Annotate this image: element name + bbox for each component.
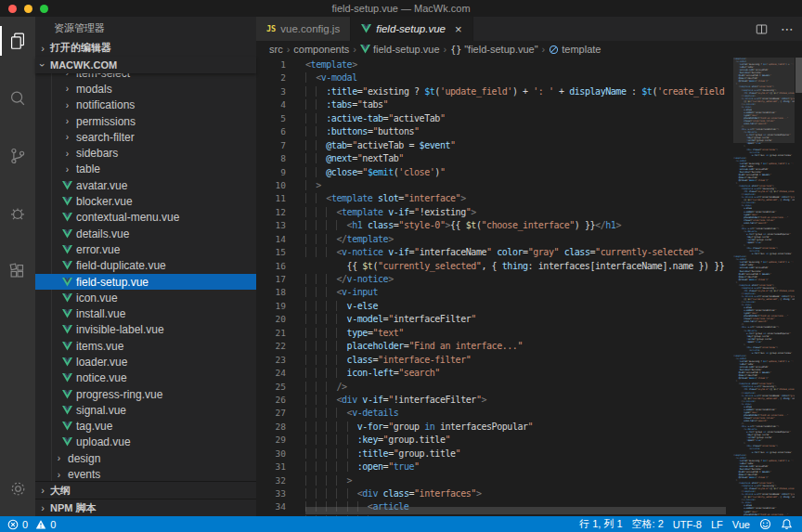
line-number[interactable]: 30: [256, 448, 286, 461]
npm-scripts-section[interactable]: › NPM 脚本: [35, 499, 256, 516]
line-number[interactable]: 27: [256, 407, 286, 420]
line-number[interactable]: 24: [256, 367, 286, 380]
explorer-icon[interactable]: [0, 24, 35, 58]
line-number[interactable]: 25: [256, 381, 286, 394]
tree-item-contextual-menu-vue[interactable]: contextual-menu.vue: [35, 210, 256, 226]
tree-item-table[interactable]: ›table: [35, 162, 256, 177]
tree-item-permissions[interactable]: ›permissions: [35, 113, 256, 129]
line-number[interactable]: 16: [256, 260, 286, 273]
open-editors-section[interactable]: › 打开的编辑器: [35, 39, 256, 57]
code-editor[interactable]: 1<template>2 <v-modal3 :title="existing …: [256, 58, 802, 516]
line-number[interactable]: 32: [256, 474, 286, 487]
code-line[interactable]: 21 type="text": [256, 327, 728, 340]
code-line[interactable]: 18 <v-input: [256, 286, 728, 299]
tree-item-install-vue[interactable]: install.vue: [35, 305, 256, 321]
code-line[interactable]: 1<template>: [256, 58, 728, 71]
code-line[interactable]: 25 />: [256, 381, 728, 394]
line-number[interactable]: 17: [256, 273, 286, 286]
source-control-icon[interactable]: [0, 139, 35, 173]
code-line[interactable]: 5 :active-tab="activeTab": [256, 112, 728, 125]
close-tab-icon[interactable]: ×: [455, 23, 462, 35]
line-number[interactable]: 1: [256, 58, 286, 71]
tree-item-signal-vue[interactable]: signal.vue: [35, 402, 256, 418]
language-mode[interactable]: Vue: [732, 519, 750, 530]
code-line[interactable]: 20 v-model="interfaceFilter": [256, 313, 728, 326]
tree-item-design[interactable]: ›design: [35, 450, 256, 466]
code-line[interactable]: 8 @next="nextTab": [256, 152, 728, 165]
split-editor-icon[interactable]: [755, 22, 769, 36]
code-line[interactable]: 24 icon-left="search": [256, 367, 728, 380]
code-line[interactable]: 3 :title="existing ? $t('update_field') …: [256, 85, 728, 98]
tree-item-details-vue[interactable]: details.vue: [35, 226, 256, 241]
code-line[interactable]: 28 v-for="group in interfacesPopular": [256, 421, 728, 434]
code-line[interactable]: 10 >: [256, 179, 728, 192]
code-line[interactable]: 16 {{ $t("currently_selected", { thing: …: [256, 260, 728, 273]
code-line[interactable]: 15 <v-notice v-if="interfaceName" color=…: [256, 246, 728, 259]
code-line[interactable]: 30 :title="group.title": [256, 448, 728, 461]
tab-field-setup-vue[interactable]: field-setup.vue ×: [351, 17, 472, 41]
code-line[interactable]: 31 :open="true": [256, 461, 728, 474]
tree-item-search-filter[interactable]: ›search-filter: [35, 129, 256, 145]
code-line[interactable]: 4 :tabs="tabs": [256, 98, 728, 111]
code-line[interactable]: 27 <v-details: [256, 407, 728, 420]
more-actions-icon[interactable]: ⋯: [781, 21, 795, 36]
tree-item-error-vue[interactable]: error.vue: [35, 241, 256, 257]
code-line[interactable]: 26 <div v-if="!interfaceFilter">: [256, 394, 728, 407]
line-number[interactable]: 10: [256, 179, 286, 192]
minimap-slider[interactable]: [733, 58, 795, 143]
zoom-window-button[interactable]: [40, 5, 48, 13]
breadcrumb-src[interactable]: src: [269, 44, 283, 55]
line-number[interactable]: 7: [256, 139, 286, 152]
code-line[interactable]: 13 <h1 class="style-0">{{ $t("choose_int…: [256, 219, 728, 232]
line-number[interactable]: 2: [256, 71, 286, 84]
line-number[interactable]: 14: [256, 233, 286, 246]
tree-item-blocker-vue[interactable]: blocker.vue: [35, 193, 256, 209]
line-number[interactable]: 5: [256, 112, 286, 125]
code-line[interactable]: 6 :buttons="buttons": [256, 125, 728, 138]
breadcrumb-file[interactable]: field-setup.vue: [360, 44, 440, 55]
debug-icon[interactable]: [0, 197, 35, 230]
project-section-header[interactable]: › MACWK.COM: [35, 57, 256, 73]
tree-item-field-setup-vue[interactable]: field-setup.vue: [35, 274, 256, 290]
line-number[interactable]: 8: [256, 152, 286, 165]
code-line[interactable]: 9 @close="$emit('close')": [256, 166, 728, 179]
tree-item-loader-vue[interactable]: loader.vue: [35, 354, 256, 370]
line-number[interactable]: 19: [256, 300, 286, 313]
line-number[interactable]: 13: [256, 219, 286, 232]
line-number[interactable]: 11: [256, 192, 286, 205]
line-number[interactable]: 29: [256, 434, 286, 447]
code-line[interactable]: 14 </template>: [256, 233, 728, 246]
tree-item-avatar-vue[interactable]: avatar.vue: [35, 177, 256, 193]
code-line[interactable]: 22 placeholder="Find an interface...": [256, 340, 728, 353]
code-line[interactable]: 17 </v-notice>: [256, 273, 728, 286]
tree-item-field-duplicate-vue[interactable]: field-duplicate.vue: [35, 258, 256, 274]
eol-setting[interactable]: LF: [711, 519, 723, 530]
line-number[interactable]: 35: [256, 514, 286, 516]
code-line[interactable]: 2 <v-modal: [256, 71, 728, 84]
code-line[interactable]: 35 v-for="ext in group.interfaces": [256, 514, 728, 516]
line-number[interactable]: 22: [256, 340, 286, 353]
code-line[interactable]: 33 <div class="interfaces">: [256, 487, 728, 500]
problems-indicator[interactable]: 0 0: [7, 519, 56, 530]
line-number[interactable]: 28: [256, 421, 286, 434]
search-icon[interactable]: [0, 82, 35, 115]
tree-item-events[interactable]: ›events: [35, 466, 256, 481]
tab-vue-config-js[interactable]: JS vue.config.js: [256, 17, 351, 41]
breadcrumb-components[interactable]: components: [293, 44, 349, 55]
line-number[interactable]: 23: [256, 354, 286, 367]
close-window-button[interactable]: [8, 5, 17, 13]
tree-item-notice-vue[interactable]: notice.vue: [35, 370, 256, 386]
code-line[interactable]: 7 @tab="activeTab = $event": [256, 139, 728, 152]
tree-item-items-vue[interactable]: items.vue: [35, 338, 256, 354]
indentation-setting[interactable]: 空格: 2: [632, 517, 664, 531]
code-line[interactable]: 19 v-else: [256, 300, 728, 313]
code-line[interactable]: 32 >: [256, 474, 728, 487]
tree-item-item-select[interactable]: ›item-select: [35, 73, 256, 81]
line-number[interactable]: 33: [256, 487, 286, 500]
line-number[interactable]: 21: [256, 327, 286, 340]
breadcrumb-root-symbol[interactable]: {} "field-setup.vue": [450, 44, 537, 55]
line-number[interactable]: 31: [256, 461, 286, 474]
line-number[interactable]: 4: [256, 98, 286, 111]
tree-item-invisible-label-vue[interactable]: invisible-label.vue: [35, 322, 256, 338]
cursor-position[interactable]: 行 1, 列 1: [579, 517, 622, 531]
